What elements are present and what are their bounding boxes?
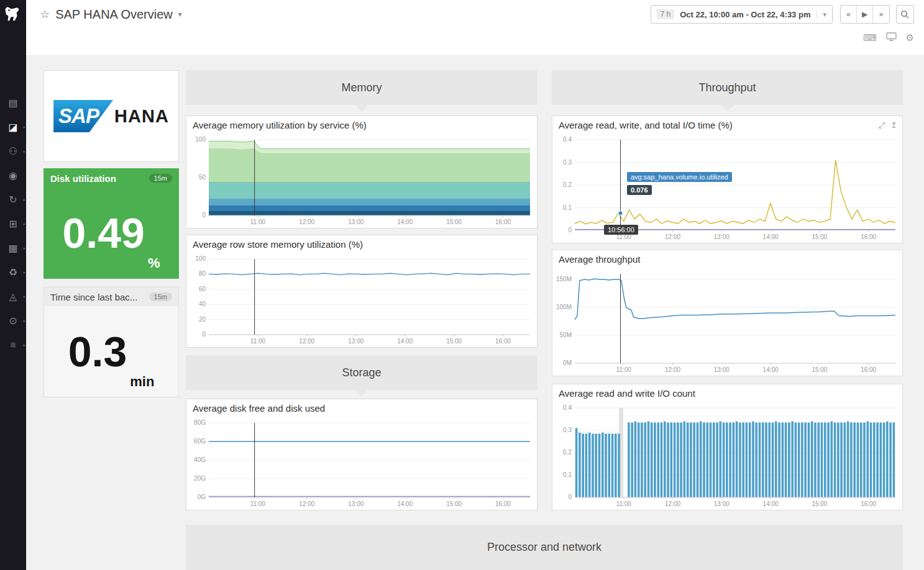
svg-text:14:00: 14:00 — [397, 338, 413, 345]
svg-text:15:00: 15:00 — [812, 366, 827, 373]
svg-text:12:00: 12:00 — [665, 233, 680, 240]
monitors-icon: ↻ — [9, 194, 17, 206]
svg-text:50: 50 — [199, 174, 206, 181]
hana-logo-text: HANA — [114, 106, 169, 127]
svg-text:60G: 60G — [194, 438, 206, 445]
sidebar-item-logs[interactable]: ♻▸ — [0, 260, 26, 284]
svg-text:11:00: 11:00 — [250, 219, 266, 225]
disk-utilization-unit: % — [148, 255, 160, 278]
section-title-processor-network: Processor and network — [487, 541, 602, 554]
time-backward-button[interactable]: « — [841, 6, 857, 23]
infrastructure-icon: ⚇ — [9, 145, 17, 157]
tv-mode-icon[interactable] — [886, 32, 897, 43]
svg-text:11:00: 11:00 — [250, 338, 266, 345]
time-forward-button[interactable]: » — [873, 6, 889, 23]
svg-text:0: 0 — [202, 331, 206, 338]
svg-text:15:00: 15:00 — [812, 233, 827, 240]
widget-title: Average disk free and disk used — [193, 403, 325, 414]
sidebar-item-apm[interactable]: ▦▸ — [0, 236, 26, 260]
svg-text:0G: 0G — [198, 494, 206, 500]
svg-text:12:00: 12:00 — [299, 338, 314, 345]
time-since-backup-unit: min — [130, 374, 154, 397]
svg-text:13:00: 13:00 — [348, 338, 364, 345]
settings-icon: ≡ — [10, 340, 16, 351]
widget-title-bar: Average memory utilization by service (%… — [186, 116, 537, 135]
svg-text:12:00: 12:00 — [665, 500, 680, 507]
hover-tooltip-value: 0.076 — [627, 185, 652, 195]
zoom-button[interactable] — [896, 5, 914, 24]
sidebar-item-monitors[interactable]: ↻▸ — [0, 188, 26, 212]
time-since-backup-title: Time since last bac... — [50, 292, 137, 302]
disk-free-used-chart[interactable]: 0G20G40G60G80G11:0012:0013:0014:0015:001… — [186, 418, 536, 510]
page-title[interactable]: SAP HANA Overview — [55, 7, 173, 22]
io-count-chart-area: 00.10.20.30.411:0012:0013:0014:0015:0016… — [552, 403, 902, 512]
export-share-icon[interactable]: ↥ — [890, 116, 897, 135]
title-chevron-down-icon[interactable]: ▾ — [178, 10, 182, 19]
time-chevron-down-icon: ▾ — [817, 11, 826, 19]
section-banner-processor-network: Processor and network — [186, 525, 903, 570]
sidebar-item-metrics[interactable]: ◪▸ — [0, 115, 26, 139]
svg-text:16:00: 16:00 — [861, 233, 876, 240]
row-store-chart[interactable]: 02040608010011:0012:0013:0014:0015:0016:… — [186, 254, 536, 347]
section-banner-storage: Storage — [186, 355, 537, 390]
svg-text:13:00: 13:00 — [714, 366, 730, 373]
favorite-star-icon[interactable]: ☆ — [40, 7, 50, 21]
widget-hover-actions: ⤢ ↥ — [879, 116, 897, 135]
keyboard-shortcuts-icon[interactable]: ⌨ — [863, 32, 877, 43]
sidebar-nav: ▤◪▸⚇▸◉↻▸⊞▸▦▸♻▸◬▸⊙▸≡▸ — [0, 91, 26, 357]
svg-text:13:00: 13:00 — [348, 219, 364, 225]
svg-text:0.3: 0.3 — [563, 159, 572, 166]
svg-text:16:00: 16:00 — [861, 500, 876, 507]
widget-title: Average throughput — [559, 254, 641, 265]
events-icon: ◉ — [9, 170, 17, 181]
sap-hana-logo-card: SAP HANA — [43, 70, 179, 162]
widget-io-count: Average read and write I/O count 00.10.2… — [552, 384, 903, 510]
submenu-arrow-icon: ▸ — [23, 246, 25, 251]
sidebar-item-infrastructure[interactable]: ⚇▸ — [0, 139, 26, 163]
disk-utilization-interval-badge: 15m — [149, 174, 172, 183]
widget-title-bar: Average disk free and disk used — [186, 399, 537, 418]
svg-text:20: 20 — [199, 316, 206, 323]
widget-row-store-memory: Average row store memory utilization (%)… — [186, 235, 537, 348]
submenu-arrow-icon: ▸ — [23, 197, 25, 202]
io-count-chart[interactable]: 00.10.20.30.411:0012:0013:0014:0015:0016… — [552, 403, 901, 510]
fullscreen-expand-icon[interactable]: ⤢ — [879, 116, 885, 135]
settings-gear-icon[interactable]: ⚙ — [906, 32, 914, 43]
hover-tooltip-time: 10:56:00 — [604, 225, 638, 235]
datadog-dog-icon — [4, 5, 22, 24]
sap-logo-shape: SAP — [53, 100, 113, 132]
svg-text:13:00: 13:00 — [348, 500, 364, 507]
datadog-logo[interactable] — [2, 4, 24, 25]
sidebar-item-settings[interactable]: ≡▸ — [0, 333, 26, 357]
throughput-chart[interactable]: 0M50M100M150M11:0012:0013:0014:0015:0016… — [552, 269, 901, 376]
memory-by-service-chart[interactable]: 05010011:0012:0013:0014:0015:0016:00 — [186, 135, 536, 228]
svg-text:14:00: 14:00 — [397, 219, 413, 225]
sidebar-item-security[interactable]: ⊙▸ — [0, 309, 26, 333]
time-play-button[interactable]: ▶ — [857, 6, 873, 23]
svg-text:15:00: 15:00 — [446, 500, 462, 507]
dashboard-header: ☆ SAP HANA Overview ▾ 7 h Oct 22, 10:00 … — [26, 0, 924, 56]
svg-text:12:00: 12:00 — [299, 219, 314, 225]
sidebar-item-events[interactable]: ◉ — [0, 163, 26, 188]
svg-text:0: 0 — [568, 227, 572, 233]
widget-disk-free-used: Average disk free and disk used 0G20G40G… — [186, 399, 537, 510]
svg-text:13:00: 13:00 — [714, 233, 730, 240]
time-range-selector[interactable]: 7 h Oct 22, 10:00 am - Oct 22, 4:33 pm ▾ — [651, 5, 833, 24]
svg-text:11:00: 11:00 — [250, 500, 266, 507]
disk-utilization-value-area: 0.49 % — [44, 188, 178, 278]
disk-utilization-value: 0.49 — [63, 212, 145, 254]
svg-text:80G: 80G — [194, 419, 206, 426]
sidebar-item-integrations[interactable]: ⊞▸ — [0, 212, 26, 236]
section-banner-memory: Memory — [186, 70, 537, 105]
sidebar-item-dashboards[interactable]: ▤ — [0, 91, 26, 115]
sidebar-item-synthetics[interactable]: ◬▸ — [0, 284, 26, 309]
svg-text:13:00: 13:00 — [714, 500, 730, 507]
svg-text:100: 100 — [195, 255, 206, 262]
svg-text:0: 0 — [568, 494, 572, 500]
svg-text:0.3: 0.3 — [563, 427, 572, 433]
widget-io-time: Average read, write, and total I/O time … — [552, 115, 903, 243]
time-duration-chip: 7 h — [657, 9, 675, 19]
disk-utilization-title: Disk utilization — [50, 173, 116, 184]
time-since-backup-interval-badge: 15m — [149, 292, 172, 301]
svg-text:150M: 150M — [556, 276, 572, 283]
